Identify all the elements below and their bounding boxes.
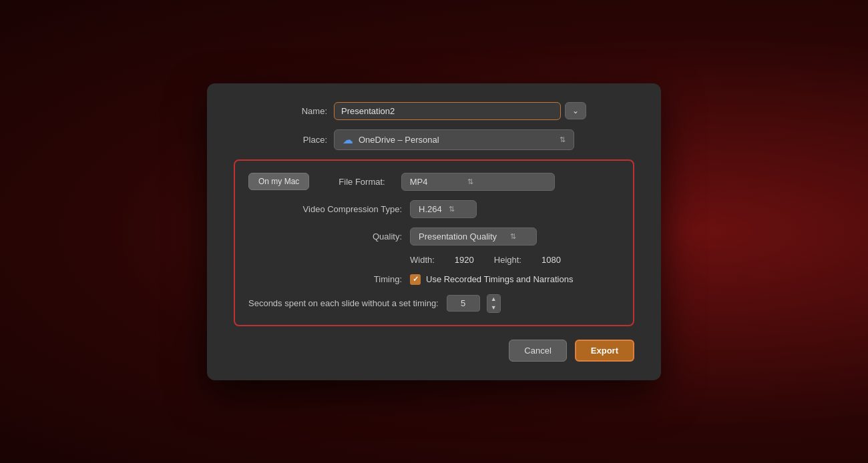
width-value: 1920	[455, 255, 474, 265]
file-format-dropdown[interactable]: MP4 ⇅	[401, 173, 555, 191]
quality-value: Presentation Quality	[419, 232, 497, 242]
place-value: OneDrive – Personal	[359, 135, 439, 145]
cloud-icon: ☁	[343, 133, 353, 146]
timing-checkbox-text: Use Recorded Timings and Narrations	[426, 274, 573, 284]
export-options-panel: On my Mac File Format: MP4 ⇅ Video Compr…	[234, 159, 634, 326]
file-format-arrow: ⇅	[467, 177, 473, 186]
seconds-stepper[interactable]: ▲ ▼	[487, 294, 501, 313]
quality-dropdown[interactable]: Presentation Quality ⇅	[410, 227, 537, 246]
quality-label: Quality:	[248, 232, 402, 242]
file-format-label: File Format:	[339, 177, 385, 187]
seconds-label: Seconds spent on each slide without a se…	[248, 298, 439, 308]
place-label: Place:	[234, 135, 327, 145]
compression-label: Video Compression Type:	[248, 204, 402, 214]
place-field-row: Place: ☁ OneDrive – Personal ⇅	[234, 129, 634, 150]
compression-row: Video Compression Type: H.264 ⇅	[248, 200, 620, 218]
seconds-stepper-up[interactable]: ▲	[487, 295, 500, 304]
compression-arrow: ⇅	[449, 205, 455, 213]
name-dropdown-button[interactable]: ⌄	[565, 102, 586, 119]
quality-arrow: ⇅	[510, 232, 516, 241]
compression-value: H.264	[419, 204, 442, 214]
timing-checkbox[interactable]	[410, 274, 421, 285]
seconds-input[interactable]	[447, 295, 480, 312]
timing-label: Timing:	[248, 274, 402, 284]
file-format-row: On my Mac File Format: MP4 ⇅	[248, 173, 620, 191]
place-dropdown[interactable]: ☁ OneDrive – Personal ⇅	[334, 129, 574, 150]
height-value: 1080	[541, 255, 561, 265]
name-field-row: Name: ⌄	[234, 102, 634, 120]
width-label: Width:	[410, 255, 435, 265]
compression-dropdown[interactable]: H.264 ⇅	[410, 200, 477, 218]
file-format-value: MP4	[410, 177, 428, 187]
dialog-footer: Cancel Export	[234, 340, 634, 362]
seconds-stepper-down[interactable]: ▼	[487, 304, 500, 312]
timing-row: Timing: Use Recorded Timings and Narrati…	[248, 274, 620, 285]
dimensions-row: Width: 1920 Height: 1080	[248, 255, 620, 265]
export-dialog: Name: ⌄ Place: ☁ OneDrive – Personal ⇅ O…	[207, 83, 661, 380]
name-label: Name:	[234, 106, 327, 116]
cancel-button[interactable]: Cancel	[509, 340, 566, 362]
export-button[interactable]: Export	[575, 340, 634, 362]
seconds-control: ▲ ▼	[447, 294, 501, 313]
name-input[interactable]	[334, 102, 561, 120]
timing-checkbox-label[interactable]: Use Recorded Timings and Narrations	[410, 274, 573, 285]
place-arrow: ⇅	[560, 135, 566, 144]
height-label: Height:	[494, 255, 521, 265]
quality-row: Quality: Presentation Quality ⇅	[248, 227, 620, 246]
seconds-row: Seconds spent on each slide without a se…	[248, 294, 620, 313]
on-my-mac-button[interactable]: On my Mac	[248, 173, 309, 190]
